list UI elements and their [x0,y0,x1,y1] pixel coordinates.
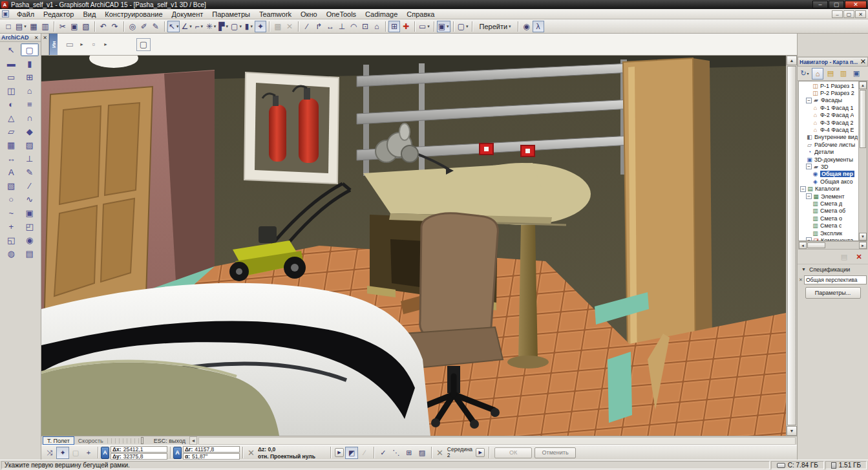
tree-item[interactable]: ◧Внутренние вид [799,134,858,141]
camera-tool[interactable]: ◉ [21,233,39,246]
tracker-toggle-icon[interactable]: ⤨ [43,447,56,459]
mdi-minimize-button[interactable]: – [832,10,843,18]
viewport-3d[interactable] [41,56,786,436]
snap-grid-icon[interactable]: ∠▾ [180,21,193,32]
viewport-vertical-scrollbar[interactable]: ▲ ▼ [786,56,797,436]
project-map-icon[interactable]: ⌂ [812,68,823,80]
snap-region-icon[interactable]: ⊞ [403,447,416,459]
undo-icon[interactable]: ↶ [98,21,109,32]
publisher-icon[interactable]: ▣ [851,68,862,80]
goto-button[interactable]: Перейти▾ [475,21,514,32]
menu-документ[interactable]: Документ [167,10,208,19]
zone-tool[interactable]: ▨ [21,138,39,151]
cursor-snap-icon[interactable]: ◩ [345,447,358,459]
mdi-restore-button[interactable]: ▢ [843,10,854,18]
tree-item[interactable]: ⌂Ф-2 Фасад А [799,112,858,119]
grid-snap-icon[interactable]: ▢ [69,447,82,459]
dimension-tool[interactable]: ↔ [2,152,21,165]
tree-item[interactable]: ▥Смета д [799,200,858,207]
collapse-icon[interactable]: − [800,186,806,192]
angle-field[interactable]: α:51,87° [183,453,240,460]
open-icon[interactable]: ▤▾ [14,21,28,32]
tree-item[interactable]: −▦Элемент [799,193,858,200]
tree-item[interactable]: ▥Смета с [799,222,858,229]
snap-vertex-icon[interactable]: ✓ [377,447,390,459]
add-coordinate-icon[interactable]: + [82,447,95,459]
scene-extinguisher-niche[interactable] [244,72,339,184]
column-mode-icon[interactable]: ▮▾ [243,21,255,32]
collapse-icon[interactable]: − [806,98,812,103]
info-box-tab[interactable]: Ин [49,34,58,55]
walk-icon[interactable]: λ [533,21,544,32]
delta-x-field[interactable]: Δx:25412,1 [111,446,167,453]
detail-tool[interactable]: ◍ [2,247,21,260]
section-tool[interactable]: ◰ [21,220,39,233]
text-tool[interactable]: A [2,166,21,178]
menu-окно[interactable]: Окно [296,10,322,19]
snap-rotate-icon[interactable]: ⋱ [390,447,403,459]
copy-mode-icon[interactable]: ▢▾ [229,21,243,32]
tree-item[interactable]: ⌂Ф-1 Фасад 1 [799,104,858,111]
delta-r-field[interactable]: Δr:41157,8 [183,446,240,453]
worksheet-tool[interactable]: ▤ [21,247,39,260]
snap-expand-icon[interactable]: ▶ [476,448,485,457]
mesh-tool[interactable]: ▦ [2,138,21,151]
home-icon[interactable]: ⌂ [371,21,383,32]
info-box-close-icon[interactable]: ✕ [41,34,49,55]
tree-item[interactable]: ⌂Ф-3 Фасад 2 [799,119,858,126]
tree-item[interactable]: ◔Детали [799,149,858,156]
menu-cadimage[interactable]: Cadimage [361,10,402,19]
tree-item[interactable]: −◪Компонента [799,237,858,240]
new-folder-icon[interactable]: ▤ [838,251,851,262]
marquee-selection-icon[interactable]: ▢ [136,38,151,51]
window-prev-icon[interactable]: ▢▾ [456,21,470,32]
roof-tool[interactable]: △ [2,111,21,124]
hotspot-tool[interactable]: + [2,220,21,233]
tree-item[interactable]: ◫Р-1 Разрез 1 [799,82,858,89]
window-tool[interactable]: ⊞ [21,70,39,83]
menu-справка[interactable]: Справка [402,10,439,19]
stretch-icon[interactable]: ↔ [324,21,336,32]
clear-icon[interactable]: ✕ [284,21,295,32]
red-pin-icon[interactable]: ✚ [400,21,412,32]
menu-onetools[interactable]: OneTools [322,10,361,19]
menu-файл[interactable]: Файл [12,10,39,19]
slab-tool[interactable]: ▱ [2,125,21,138]
tree-item[interactable]: ⌂Ф-4 Фасад Е [799,126,858,133]
trim-icon[interactable]: ⊥ [336,21,348,32]
marquee-thin-icon[interactable]: ▭ [63,38,77,51]
tree-vertical-scrollbar[interactable]: ▲ ▼ [858,81,867,240]
tree-item[interactable]: ◫Р-2 Разрез 2 [799,89,858,96]
tab-scroll-left-icon[interactable]: ◄ [189,436,197,445]
stair-tool[interactable]: ≡ [21,98,39,111]
find-select-icon[interactable]: ◎ [127,21,138,32]
fill-tool[interactable]: ▧ [2,179,21,192]
marquee-thick-icon[interactable]: ▫ [87,38,101,51]
window-zoom-icon[interactable]: ▭▾ [418,21,431,32]
tree-item[interactable]: ◈Общая аксо [799,178,858,185]
tool-palette-close-icon[interactable]: ✕ [33,35,39,41]
polyline-tool[interactable]: ∿ [21,193,39,206]
gravity-toggle-icon[interactable]: ✦ [56,447,69,459]
figure-tool[interactable]: ▣ [21,206,39,219]
navigator-close-icon[interactable]: ✕ [860,58,866,66]
lamp-tool[interactable]: ◐ [2,98,21,111]
navigator-header[interactable]: Навигатор - Карта п... ✕ [798,57,868,67]
orbit-icon[interactable]: ◉ [521,21,533,32]
edit-in-plan-icon[interactable]: ⊞ [388,21,400,32]
morph-tool[interactable]: ◆ [21,125,39,138]
delta-y-field[interactable]: Δy:32375,8 [111,453,167,460]
tree-item[interactable]: ▱Рабочие листы [799,141,858,148]
cancel-button[interactable]: Отменить [535,447,576,458]
tree-item[interactable]: ▥Эксплик [799,230,858,237]
offset-icon[interactable]: ⊡ [359,21,371,32]
settings-button[interactable]: Параметры... [805,287,861,299]
tree-item[interactable]: −▰Фасады [799,97,858,104]
close-button[interactable]: ✕ [845,1,867,8]
wall-tool[interactable]: ▬ [2,57,21,70]
mdi-document-icon[interactable]: ▣ [2,10,9,17]
split-icon[interactable]: ∕ [301,21,313,32]
inject-parameters-icon[interactable]: ✎ [150,21,162,32]
circle-tool[interactable]: ○ [2,193,21,206]
tree-item[interactable]: ▥Смета об [799,208,858,215]
